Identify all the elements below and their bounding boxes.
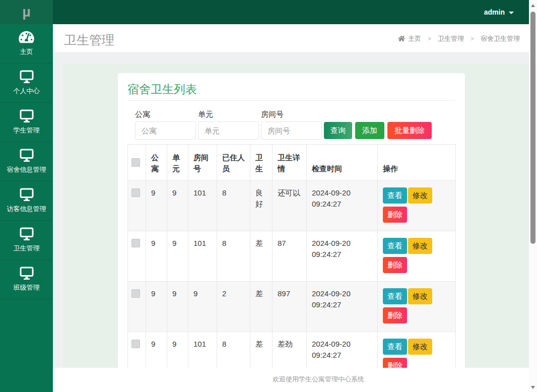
- column-header-apartment: 公寓: [146, 145, 167, 181]
- cell-actions: 查看 修改 删除: [378, 282, 456, 332]
- sidebar-item-student-management[interactable]: 学生管理: [0, 103, 53, 142]
- content-area: 宿舍卫生列表 公寓 单元 房间号 查询: [53, 53, 529, 392]
- content-panel: 宿舍卫生列表 公寓 单元 房间号 查询: [63, 64, 529, 368]
- footer-text: 欢迎使用学生公寓管理中心系统: [273, 376, 364, 383]
- app-window: μ 主页 个人中心 学生管理: [0, 0, 537, 392]
- scrollbar-thumb[interactable]: [530, 12, 535, 244]
- query-button[interactable]: 查询: [324, 122, 352, 139]
- breadcrumb-home[interactable]: 主页: [408, 34, 421, 43]
- table-row: 9 9 101 8 良好 还可以 2024-09-20 09:24:27 查看: [128, 181, 456, 231]
- cell-hygiene-detail: 897: [273, 282, 307, 332]
- row-checkbox[interactable]: [131, 289, 140, 298]
- sidebar: μ 主页 个人中心 学生管理: [0, 0, 53, 392]
- desktop-icon: [0, 70, 53, 83]
- desktop-icon: [0, 187, 53, 201]
- filter-bar: 公寓 单元 房间号 查询 添加 批量删除: [127, 110, 455, 140]
- cell-unit: 9: [167, 332, 188, 368]
- app-logo: μ: [0, 0, 53, 24]
- cell-check-time: 2024-09-20 09:24:27: [307, 231, 378, 282]
- row-checkbox[interactable]: [131, 340, 140, 348]
- cell-check-time: 2024-09-20 09:24:27: [307, 332, 378, 368]
- filter-room-label: 房间号: [261, 110, 322, 118]
- cell-actions: 查看 修改 删除: [378, 181, 456, 231]
- cell-actions: 查看 修改 删除: [378, 231, 456, 282]
- edit-button[interactable]: 修改: [408, 187, 432, 204]
- cell-apartment: 9: [146, 282, 167, 332]
- hygiene-table-wrap: 公寓 单元 房间号 已住人员 卫生 卫生详情 检查时间 操作: [127, 144, 455, 368]
- cell-occupants: 8: [217, 231, 250, 282]
- cell-hygiene-detail: 87: [273, 231, 307, 282]
- cell-hygiene: 差: [250, 332, 273, 368]
- filter-apartment-label: 公寓: [135, 110, 196, 118]
- row-checkbox[interactable]: [131, 188, 140, 197]
- view-button[interactable]: 查看: [383, 288, 407, 304]
- sidebar-item-label: 班级管理: [0, 284, 53, 291]
- delete-button[interactable]: 删除: [383, 257, 407, 273]
- dashboard-icon: [0, 30, 53, 44]
- caret-down-icon: [509, 12, 514, 14]
- delete-button[interactable]: 删除: [383, 358, 407, 368]
- breadcrumb-current: 宿舍卫生管理: [481, 34, 520, 43]
- filter-unit: 单元: [198, 110, 259, 140]
- delete-button[interactable]: 删除: [383, 307, 407, 323]
- sidebar-item-dorm-info-management[interactable]: 宿舍信息管理: [0, 142, 53, 181]
- sidebar-item-home[interactable]: 主页: [0, 24, 53, 63]
- row-checkbox[interactable]: [131, 239, 140, 247]
- table-row: 9 9 9 2 差 897 2024-09-20 09:24:27 查看: [128, 282, 456, 332]
- user-dropdown[interactable]: admin: [484, 0, 514, 24]
- view-button[interactable]: 查看: [383, 187, 407, 204]
- desktop-icon: [0, 148, 53, 162]
- cell-room: 101: [188, 332, 217, 368]
- cell-hygiene: 良好: [250, 181, 273, 231]
- sidebar-item-label: 学生管理: [0, 127, 53, 134]
- cell-hygiene: 差: [250, 231, 273, 282]
- vertical-scrollbar[interactable]: [529, 0, 537, 392]
- username: admin: [484, 8, 505, 16]
- breadcrumb-separator: >: [471, 35, 474, 42]
- sidebar-menu: 主页 个人中心 学生管理 宿舍信息管理: [0, 24, 53, 299]
- sidebar-item-label: 访客信息管理: [0, 206, 53, 213]
- footer: 欢迎使用学生公寓管理中心系统: [53, 368, 529, 392]
- desktop-icon: [0, 266, 53, 280]
- sidebar-item-personal-center[interactable]: 个人中心: [0, 63, 53, 103]
- cell-apartment: 9: [146, 332, 167, 368]
- cell-occupants: 8: [217, 181, 250, 231]
- sidebar-item-class-management[interactable]: 班级管理: [0, 260, 53, 299]
- scroll-up-icon[interactable]: [531, 4, 535, 7]
- sidebar-item-visitor-info-management[interactable]: 访客信息管理: [0, 181, 53, 221]
- cell-unit: 9: [167, 282, 188, 332]
- filter-room: 房间号: [261, 110, 322, 140]
- cell-room: 9: [188, 282, 217, 332]
- column-header-actions: 操作: [378, 145, 456, 181]
- cell-apartment: 9: [146, 231, 167, 282]
- cell-unit: 9: [167, 231, 188, 282]
- add-button[interactable]: 添加: [355, 122, 384, 139]
- sidebar-item-label: 卫生管理: [0, 245, 53, 252]
- cell-check-time: 2024-09-20 09:24:27: [307, 181, 378, 231]
- edit-button[interactable]: 修改: [408, 238, 432, 254]
- apartment-input[interactable]: [135, 121, 196, 140]
- delete-button[interactable]: 删除: [383, 207, 407, 223]
- hygiene-table: 公寓 单元 房间号 已住人员 卫生 卫生详情 检查时间 操作: [127, 144, 456, 368]
- hygiene-list-card: 宿舍卫生列表 公寓 单元 房间号 查询: [118, 73, 465, 368]
- scroll-down-icon[interactable]: [531, 386, 535, 389]
- edit-button[interactable]: 修改: [408, 339, 432, 355]
- cell-room: 101: [188, 181, 217, 231]
- select-all-checkbox[interactable]: [131, 158, 140, 167]
- view-button[interactable]: 查看: [383, 339, 407, 355]
- table-row: 9 9 101 8 差 87 2024-09-20 09:24:27 查看: [128, 231, 456, 282]
- page-header: 卫生管理 主页 > 卫生管理 > 宿舍卫生管理: [53, 24, 529, 53]
- edit-button[interactable]: 修改: [408, 288, 432, 304]
- sidebar-item-label: 宿舍信息管理: [0, 166, 53, 173]
- cell-check-time: 2024-09-20 09:24:27: [307, 282, 378, 332]
- sidebar-item-hygiene-management[interactable]: 卫生管理: [0, 221, 53, 260]
- view-button[interactable]: 查看: [383, 238, 407, 254]
- breadcrumb-hygiene[interactable]: 卫生管理: [438, 34, 464, 43]
- room-input[interactable]: [261, 121, 322, 140]
- column-header-hygiene: 卫生: [250, 145, 273, 181]
- column-header-unit: 单元: [167, 145, 188, 181]
- cell-occupants: 2: [217, 282, 250, 332]
- column-header-occupants: 已住人员: [217, 145, 250, 181]
- unit-input[interactable]: [198, 121, 259, 140]
- batch-delete-button[interactable]: 批量删除: [387, 122, 432, 139]
